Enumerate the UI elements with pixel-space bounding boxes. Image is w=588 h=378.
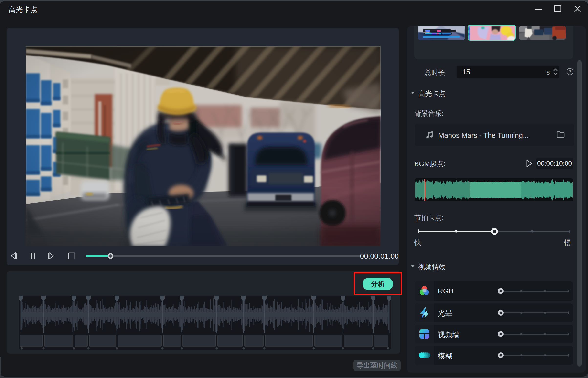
svg-text:?: ? — [569, 69, 571, 74]
